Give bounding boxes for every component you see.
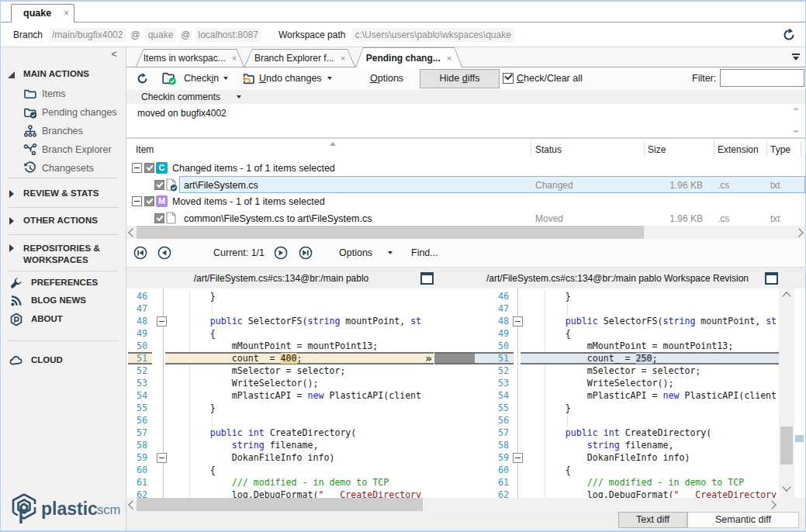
diff-options-button[interactable]: Options [339,247,372,258]
sidebar-section-review-stats[interactable]: REVIEW & STATS [1,187,126,201]
diff-panel-headers: /art/FileSystem.cs#cs:134@br:/main pablo… [126,267,805,290]
sidebar-item-items[interactable]: Items [1,85,126,103]
collapse-group-icon[interactable] [132,163,142,173]
fold-collapse-icon[interactable] [157,453,167,463]
group-checkbox[interactable] [144,196,154,206]
section-collapsed-icon[interactable] [9,244,14,252]
scroll-right-icon[interactable] [767,500,776,509]
group-label: Moved items - 1 of 1 items selected [172,196,325,207]
sidebar-item-about[interactable]: ABOUT [1,312,126,327]
text-diff-button[interactable]: Text diff [618,512,687,528]
workspace-tab-quake[interactable]: quake × [11,4,74,22]
scroll-left-icon[interactable] [128,228,137,237]
sidebar-item-preferences[interactable]: PREFERENCES [1,275,126,291]
table-item-row[interactable]: art\FileSystem.csChanged1.96 KB.cstxt [126,176,805,193]
sidebar-item-branch-explorer[interactable]: Branch Explorer [1,140,126,159]
checkin-comments-bar[interactable]: Checkin comments [126,90,805,104]
table-group-row[interactable]: CChanged items - 1 of 1 items selected [126,160,805,176]
column-size[interactable]: Size [648,144,666,155]
next-diff-button[interactable] [274,246,288,260]
group-checkbox[interactable] [144,163,154,173]
scroll-right-icon[interactable] [794,228,803,237]
view-tab-branch-explorer-f-[interactable]: Branch Explorer f...× [244,49,355,67]
diff-options-dropdown-icon[interactable] [388,251,393,254]
checkin-comments-dropdown-icon[interactable] [237,95,241,98]
maximize-right-panel-icon[interactable] [765,272,778,285]
folder-check-icon [23,105,37,119]
fold-collapse-icon[interactable] [157,316,167,326]
line-number: 59 [128,451,152,464]
fold-collapse-icon[interactable] [513,453,523,463]
code-hscroll-thumb[interactable] [137,498,423,511]
table-group-row[interactable]: MMoved items - 1 of 1 items selected [126,193,805,209]
semantic-diff-button[interactable]: Semantic diff [687,512,799,528]
items-table-hscroll-thumb[interactable] [137,226,644,239]
filter-input[interactable] [720,69,804,87]
check-clear-all-label[interactable]: Check/Clear all [517,73,583,84]
view-tab-close-icon[interactable]: × [232,54,237,63]
section-collapsed-icon[interactable] [9,217,14,225]
code-hscrollbar[interactable] [126,498,805,511]
column-status[interactable]: Status [535,144,562,155]
column-type[interactable]: Type [770,144,790,155]
sidebar-item-pending-changes[interactable]: Pending changes [1,103,126,122]
collapse-group-icon[interactable] [132,196,142,206]
column-extension[interactable]: Extension [718,144,759,155]
view-tab-pending-chang-[interactable]: Pending chang...× [355,47,462,67]
first-diff-button[interactable] [133,246,147,260]
undo-dropdown-icon[interactable] [327,77,332,80]
code-vscrollbar[interactable] [779,288,794,498]
sidebar-collapse-button[interactable]: < [109,49,119,60]
fold-collapse-icon[interactable] [513,316,523,326]
tab-list-menu-icon[interactable] [791,54,801,61]
diff-link-icon[interactable]: » [425,353,431,364]
sidebar-item-blog-news[interactable]: BLOG NEWS [1,293,126,309]
find-button[interactable]: Find... [411,247,438,258]
check-clear-all-checkbox[interactable] [503,73,514,84]
scroll-down-icon[interactable] [782,482,790,491]
diff-right-header: /art/FileSystem.cs#cs:134@br:/main pablo… [475,273,760,284]
refresh-workspace-icon[interactable] [782,28,796,42]
undo-changes-icon[interactable] [241,72,256,85]
sidebar-section-main-actions[interactable]: MAIN ACTIONS [1,67,126,81]
checkin-icon[interactable] [162,72,177,85]
sidebar-item-changesets[interactable]: Changesets [1,159,126,178]
view-tab-close-icon[interactable]: × [447,54,451,63]
scroll-left-icon[interactable] [128,500,137,509]
sidebar-item-branches[interactable]: Branches [1,122,126,140]
refresh-view-icon[interactable] [137,73,148,85]
checkin-dropdown-icon[interactable] [223,77,228,80]
checkin-button[interactable]: Checkin [184,73,219,84]
options-button[interactable]: Options [370,73,403,84]
diff-left-panel[interactable]: 46 }4748 public SelectorFS(string mountP… [128,290,434,498]
item-checkbox[interactable] [154,180,164,190]
undo-changes-button[interactable]: Undo changes [259,73,322,84]
repository-value[interactable]: quake [145,28,177,42]
last-diff-button[interactable] [299,246,313,260]
scroll-up-icon[interactable] [782,292,790,300]
comment-scroll-down-icon[interactable] [793,130,799,133]
item-checkbox[interactable] [154,213,164,223]
server-value[interactable]: localhost:8087 [195,28,261,42]
column-divider [714,141,714,157]
checkin-comment-textarea[interactable]: moved on bugfix4002 [126,104,805,138]
items-table-hscrollbar[interactable] [126,226,805,239]
view-tab-close-icon[interactable]: × [341,54,345,63]
code-vscroll-thumb[interactable] [780,427,793,465]
maximize-left-panel-icon[interactable] [420,272,434,285]
line-number: 56 [490,414,514,427]
section-collapsed-icon[interactable] [9,190,14,198]
sidebar-section-repositories-workspaces[interactable]: REPOSITORIES &WORKSPACES [1,241,126,264]
comment-scroll-up-icon[interactable] [793,107,799,110]
table-item-row[interactable]: common\FileSystem.cs to art\FileSystem.c… [126,209,805,226]
branch-value[interactable]: /main/bugfix4002 [49,28,126,42]
column-item[interactable]: Item [136,144,154,155]
hide-diffs-button[interactable]: Hide diffs [420,69,500,88]
workspace-path-value[interactable]: c:\Users\users\pablo\wkspaces\quake [351,28,514,42]
workspace-tab-close-icon[interactable]: × [64,8,69,19]
sidebar-section-other-actions[interactable]: OTHER ACTIONS [1,214,126,228]
view-tab-items-in-workspac-[interactable]: Items in workspac...× [136,49,244,67]
section-expanded-icon[interactable] [8,71,15,78]
sidebar-item-cloud[interactable]: CLOUD [1,353,126,368]
previous-diff-button[interactable] [157,246,171,260]
